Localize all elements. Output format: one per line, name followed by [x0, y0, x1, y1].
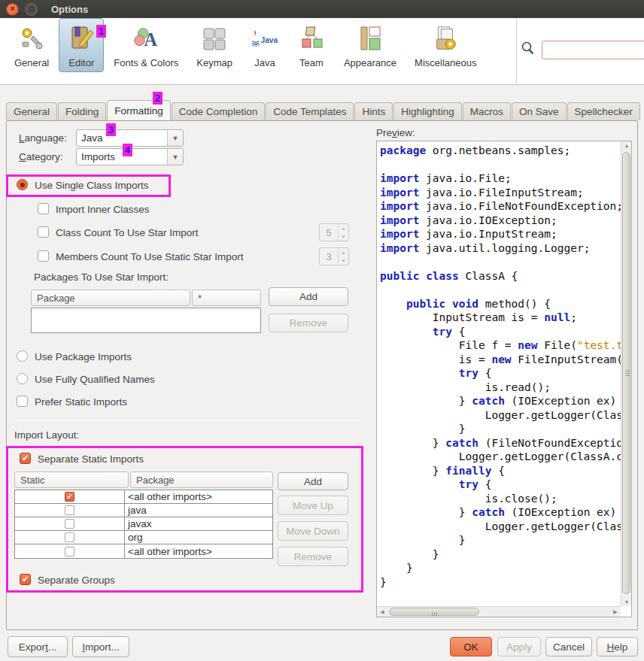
package-cell[interactable]: org [125, 532, 272, 543]
code-line: import java.io.FileInputStream; [380, 186, 621, 200]
toolbar-item-label: Miscellaneous [415, 57, 476, 68]
tab-macros[interactable]: Macros [463, 102, 511, 120]
table-row[interactable]: java [15, 504, 272, 517]
tab-on-save[interactable]: On Save [512, 102, 567, 120]
members-count-spinner[interactable]: 3 ▲▼ [319, 247, 349, 265]
tab-code-completion[interactable]: Code Completion [172, 102, 265, 120]
table-row[interactable]: ✔<all other imports> [15, 490, 272, 504]
tab-code-templates[interactable]: Code Templates [266, 102, 354, 120]
class-count-spinner[interactable]: 5 ▲▼ [319, 223, 349, 241]
table-row[interactable]: javax [15, 517, 272, 531]
static-checkbox[interactable] [65, 519, 74, 529]
toolbar-item-appearance[interactable]: Appearance [336, 18, 405, 72]
tab-spellchecker[interactable]: Spellchecker [567, 102, 640, 120]
spinner-down-icon[interactable]: ▼ [339, 256, 348, 265]
spinner-up-icon[interactable]: ▲ [339, 224, 348, 232]
separate-groups-checkbox[interactable]: ✔ [20, 574, 31, 585]
horizontal-scroll-thumb[interactable] [389, 608, 479, 616]
members-count-checkbox[interactable] [38, 250, 49, 262]
toolbar-item-keymap[interactable]: Keymap [188, 18, 241, 72]
search-zone [521, 41, 644, 59]
star-column-header[interactable]: * [192, 290, 261, 306]
package-cell[interactable]: java [125, 505, 272, 516]
toolbar-item-label: Team [299, 57, 324, 68]
ok-button[interactable]: OK [450, 637, 492, 656]
code-line: try { [380, 366, 621, 381]
spinner-up-icon[interactable]: ▲ [339, 248, 348, 256]
apply-button[interactable]: Apply [497, 637, 541, 656]
layout-add-button[interactable]: Add [278, 472, 348, 490]
toolbar-item-label: General [14, 57, 49, 68]
package-column-header[interactable]: Package [130, 471, 273, 488]
close-button[interactable]: × [6, 3, 19, 16]
tab-folding[interactable]: Folding [58, 102, 106, 120]
toolbar-separator [516, 18, 517, 84]
tab-hints[interactable]: Hints [354, 102, 393, 120]
separate-static-imports-checkbox[interactable]: ✔ [20, 453, 31, 464]
static-checkbox[interactable]: ✔ [65, 492, 74, 502]
scroll-right-icon[interactable]: ▶ [610, 609, 621, 615]
code-line: try { [380, 478, 621, 492]
move-down-button[interactable]: Move Down [278, 521, 348, 541]
use-fully-qualified-radio[interactable] [17, 373, 28, 384]
packages-star-label: Packages To Use Star Import: [34, 271, 169, 283]
toolbar-item-miscellaneous[interactable]: Miscellaneous [406, 18, 485, 72]
toolbar-item-label: Appearance [344, 57, 396, 68]
layout-remove-button[interactable]: Remove [278, 547, 348, 566]
scroll-left-icon[interactable]: ◀ [377, 609, 387, 615]
scroll-down-icon[interactable]: ▼ [621, 599, 632, 605]
table-row[interactable]: <all other imports> [15, 544, 272, 558]
maximize-button[interactable] [25, 3, 38, 16]
use-package-imports-radio[interactable] [17, 350, 28, 362]
package-cell[interactable]: <all other imports> [125, 491, 272, 502]
packages-add-button[interactable]: Add [269, 287, 348, 306]
code-line [380, 255, 621, 269]
code-line: is.close(); [380, 492, 621, 506]
static-checkbox[interactable] [65, 532, 74, 542]
move-up-button[interactable]: Move Up [278, 496, 348, 515]
section-separator [14, 420, 362, 421]
table-row[interactable]: org [15, 531, 272, 544]
static-checkbox[interactable] [65, 505, 74, 515]
annotation-badge-2: 2 [153, 92, 163, 105]
code-line: Logger.getLogger(ClassA.class.getName())… [380, 520, 621, 534]
use-single-class-imports-radio[interactable] [17, 179, 28, 190]
toolbar-item-general[interactable]: General [6, 18, 57, 72]
export-button[interactable]: Export... [8, 636, 68, 657]
tab-general[interactable]: General [6, 102, 57, 120]
java-icon: Java [251, 24, 279, 54]
package-column-header[interactable]: Package [31, 290, 190, 306]
members-count-label: Members Count To Use Static Star Import [56, 251, 244, 262]
search-input[interactable] [542, 41, 644, 59]
import-inner-classes-checkbox[interactable] [38, 203, 49, 214]
packages-star-table[interactable] [31, 308, 261, 333]
horizontal-scrollbar[interactable]: ◀ ▶ [377, 606, 621, 617]
toolbar-item-java[interactable]: JavaJava [242, 18, 287, 72]
tab-highlighting[interactable]: Highlighting [393, 102, 462, 120]
packages-remove-button[interactable]: Remove [269, 314, 348, 332]
toolbar-item-fonts-colors[interactable]: AFonts & Colors [105, 18, 187, 72]
cancel-button[interactable]: Cancel [545, 637, 592, 656]
static-column-header[interactable]: Static [14, 471, 129, 488]
help-button[interactable]: Help [597, 637, 638, 656]
toolbar-item-team[interactable]: Team [289, 18, 334, 72]
chevron-down-icon: ▼ [167, 130, 183, 146]
scroll-up-icon[interactable]: ▲ [621, 143, 632, 148]
package-cell[interactable]: <all other imports> [125, 546, 272, 557]
spinner-down-icon[interactable]: ▼ [339, 232, 348, 241]
team-icon [297, 24, 326, 54]
import-button[interactable]: Import... [72, 636, 129, 657]
class-count-checkbox[interactable] [38, 226, 49, 238]
code-line: InputStream is = null; [380, 311, 621, 325]
use-single-class-imports-label: Use Single Class Imports [35, 180, 149, 191]
separate-static-imports-label: Separate Static Imports [38, 453, 144, 465]
editor-tabs: GeneralFoldingFormattingCode CompletionC… [6, 100, 638, 120]
code-line: Logger.getLogger(ClassA.class.getName())… [380, 408, 621, 423]
prefer-static-imports-checkbox[interactable] [17, 396, 28, 407]
package-cell[interactable]: javax [125, 518, 272, 529]
vertical-scroll-thumb[interactable] [622, 152, 630, 594]
toolbar-item-label: Fonts & Colors [114, 57, 178, 68]
preview-label: Preview: [376, 127, 415, 138]
static-checkbox[interactable] [65, 547, 74, 556]
vertical-scrollbar[interactable]: ▲ ▼ [621, 141, 631, 606]
